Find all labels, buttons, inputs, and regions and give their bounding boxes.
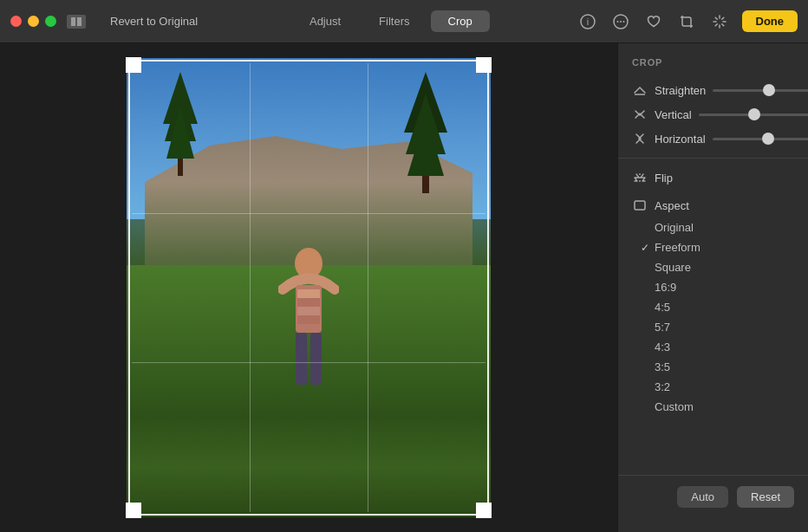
crop-icon[interactable]: [676, 11, 697, 32]
svg-rect-21: [297, 315, 320, 324]
svg-rect-26: [635, 201, 645, 210]
titlebar: Revert to Original Adjust Filters Crop i: [0, 0, 808, 43]
straighten-icon: [632, 82, 648, 98]
aspect-item-5-7[interactable]: 5:7: [618, 317, 808, 337]
vertical-slider[interactable]: [699, 114, 808, 116]
aspect-item-3-2[interactable]: 3:2: [618, 377, 808, 397]
panel-title: CROP: [618, 57, 808, 78]
vertical-icon: [632, 107, 648, 122]
straighten-label: Straighten: [655, 84, 706, 97]
horizontal-label: Horizontal: [655, 133, 706, 146]
horizontal-row: Horizontal 0°: [618, 127, 808, 151]
checkmark-freeform: ✓: [641, 242, 649, 254]
flip-label: Flip: [655, 172, 673, 185]
tree-left: [163, 72, 198, 176]
aspect-item-4-5[interactable]: 4:5: [618, 297, 808, 317]
favorite-icon[interactable]: [643, 11, 664, 32]
svg-rect-0: [71, 17, 75, 26]
auto-button[interactable]: Auto: [677, 486, 728, 508]
photo-area: [0, 43, 617, 532]
sparkle-icon[interactable]: [709, 11, 730, 32]
traffic-lights: [10, 16, 56, 27]
straighten-slider[interactable]: [713, 89, 808, 92]
tree-right: [404, 72, 447, 193]
photo-background: [127, 58, 491, 517]
person: [278, 242, 339, 389]
svg-rect-19: [297, 298, 320, 307]
photo-container: [127, 58, 491, 517]
svg-text:i: i: [586, 16, 588, 27]
aspect-item-original[interactable]: Original: [618, 217, 808, 237]
aspect-title: Aspect: [655, 199, 689, 212]
info-icon[interactable]: i: [577, 11, 598, 32]
close-button[interactable]: [10, 16, 22, 27]
horizontal-icon: [632, 131, 648, 146]
svg-point-5: [616, 21, 618, 23]
window-controls: [67, 15, 86, 29]
flip-row[interactable]: Flip: [618, 165, 808, 190]
vertical-label: Vertical: [655, 108, 692, 121]
revert-button[interactable]: Revert to Original: [103, 11, 205, 31]
panel-footer: Auto Reset: [618, 475, 808, 518]
aspect-item-square[interactable]: Square: [618, 257, 808, 277]
svg-rect-22: [296, 333, 307, 385]
aspect-item-16-9[interactable]: 16:9: [618, 277, 808, 297]
aspect-item-4-3[interactable]: 4:3: [618, 337, 808, 357]
divider-1: [618, 158, 808, 159]
aspect-item-custom[interactable]: Custom: [618, 397, 808, 417]
done-button[interactable]: Done: [742, 10, 798, 32]
svg-rect-18: [297, 289, 320, 298]
tab-crop[interactable]: Crop: [431, 10, 490, 32]
svg-rect-15: [422, 176, 429, 193]
svg-rect-20: [297, 307, 320, 315]
flip-icon: [632, 170, 648, 185]
aspect-item-freeform[interactable]: ✓ Freeform: [618, 237, 808, 257]
aspect-header: Aspect: [618, 193, 808, 217]
svg-rect-11: [178, 159, 183, 176]
more-icon[interactable]: [610, 11, 631, 32]
svg-rect-23: [310, 333, 322, 385]
titlebar-right: i Done: [577, 10, 798, 32]
svg-point-7: [622, 21, 624, 23]
view-toggle-1[interactable]: [67, 15, 86, 29]
svg-rect-1: [77, 17, 81, 26]
tab-adjust[interactable]: Adjust: [292, 10, 358, 32]
maximize-button[interactable]: [45, 16, 56, 27]
minimize-button[interactable]: [28, 16, 39, 27]
aspect-section: Aspect Original ✓ Freeform Square 16:9 4…: [618, 190, 808, 420]
svg-point-6: [620, 21, 622, 23]
right-panel: CROP Straighten 0° Vertical: [617, 43, 808, 532]
reset-button[interactable]: Reset: [737, 486, 794, 508]
aspect-icon: [632, 198, 648, 213]
aspect-item-3-5[interactable]: 3:5: [618, 357, 808, 377]
straighten-row: Straighten 0°: [618, 78, 808, 102]
tab-filters[interactable]: Filters: [362, 10, 427, 32]
vertical-row: Vertical 0°: [618, 102, 808, 127]
tab-group: Adjust Filters Crop: [205, 10, 577, 32]
main-content: CROP Straighten 0° Vertical: [0, 43, 808, 532]
horizontal-slider[interactable]: [713, 138, 808, 140]
